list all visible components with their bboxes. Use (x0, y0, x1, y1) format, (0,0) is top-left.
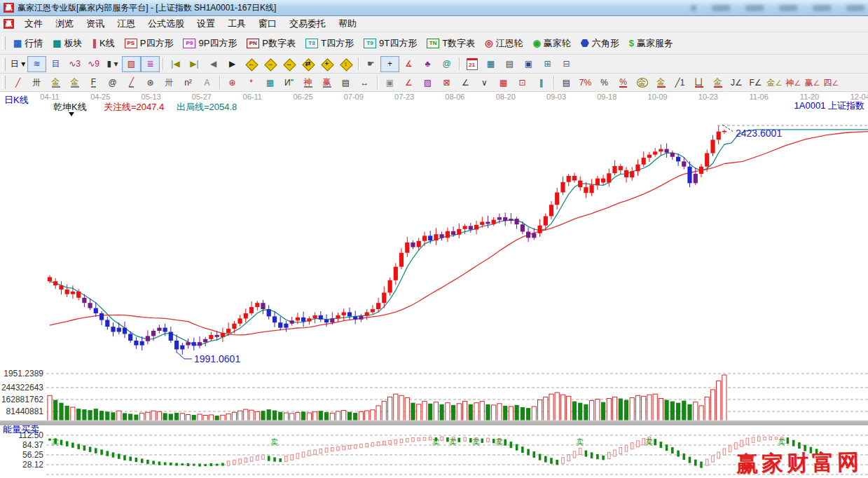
indicator-mark-up (331, 448, 334, 451)
candle-body (278, 322, 282, 327)
indicator-mark-down (198, 464, 201, 467)
candle-body (676, 157, 680, 162)
indicator-mark-down (135, 458, 138, 462)
candle-body (88, 303, 92, 308)
indicator-mark-down (152, 461, 155, 465)
volume-bar-down (411, 403, 415, 423)
candle-body (440, 234, 444, 238)
candle-body (128, 334, 132, 341)
indicator-mark-down (694, 460, 697, 466)
candle-body (296, 317, 300, 320)
exit-line-label: 出局线=2054.8 (177, 102, 237, 112)
indicator-mark-up (487, 438, 490, 442)
indicator-mark-up (337, 447, 340, 451)
indicator-mark-up (746, 438, 749, 444)
indicator-mark-up (614, 450, 616, 456)
date-label: 06-25 (293, 93, 312, 101)
candle-body (567, 176, 571, 182)
date-label: 04-11 (40, 93, 59, 101)
indicator-mark-down (204, 464, 207, 466)
candle-body (232, 324, 236, 329)
indicator-mark-down (544, 456, 547, 463)
indicator-mark-down (556, 460, 558, 465)
indicator-mark-down (158, 462, 161, 465)
indicator-mark-up (377, 442, 380, 446)
candle-body (717, 132, 721, 140)
candle-body (273, 316, 277, 322)
indicator-mark-down (677, 451, 680, 457)
indicator-mark-up (562, 458, 565, 464)
candle-body (226, 329, 230, 333)
indicator-mark-down (521, 446, 524, 453)
chart-canvas[interactable]: 04-1104-2505-1305-2706-1106-2507-0907-23… (0, 0, 868, 478)
indicator-mark-up (712, 456, 715, 462)
volume-bar-up (463, 402, 467, 423)
pane-splitter[interactable] (0, 421, 868, 425)
indicator-mark-up (366, 444, 368, 447)
indicator-mark-up (764, 437, 766, 440)
sell-signal-label: 卖 (51, 437, 59, 446)
indicator-mark-up (314, 450, 317, 454)
indicator-mark-up (343, 446, 345, 450)
pane-label-kline: 日K线 (4, 95, 29, 105)
volume-bar-down (665, 400, 669, 423)
candle-body (612, 166, 616, 173)
indicator-mark-up (723, 449, 726, 455)
symbol-label[interactable]: 1A0001 上证指数 (794, 100, 864, 111)
overlay-name-label[interactable]: 乾坤K线 (53, 102, 87, 112)
indicator-mark-down (221, 463, 224, 466)
indicator-mark-down (129, 456, 132, 460)
volume-bar-down (578, 403, 582, 423)
volume-bar-up (405, 397, 409, 423)
sell-signal-label: 卖 (449, 437, 457, 446)
indicator-mark-down (170, 463, 172, 465)
candle-body (492, 220, 496, 224)
candle-body (595, 179, 600, 186)
indicator-mark-down (210, 463, 213, 466)
volume-bar-up (659, 399, 663, 423)
volume-bar-up (694, 402, 698, 423)
candle-body (601, 179, 605, 183)
candle-body (186, 342, 190, 345)
candle-body (560, 182, 565, 193)
candle-body (123, 328, 127, 334)
candle-body (635, 165, 640, 172)
sell-signal-label: 卖 (778, 437, 785, 446)
candle-body (59, 285, 63, 289)
indicator-mark-up (740, 440, 743, 446)
indicator-mark-up (579, 449, 581, 455)
candle-body (105, 320, 109, 327)
candle-body (590, 185, 594, 193)
indicator-mark-up (729, 446, 731, 452)
candle-body (307, 318, 311, 321)
indicator-mark-up (308, 451, 311, 456)
indicator-mark-up (464, 437, 467, 441)
candle-body (65, 289, 69, 294)
indicator-mark-down (112, 452, 115, 457)
indicator-mark-up (769, 437, 772, 439)
sell-signal-label: 卖 (472, 437, 480, 446)
candle-body (624, 170, 628, 177)
candle-body (215, 335, 219, 337)
volume-bar-down (619, 399, 623, 423)
indicator-mark-up (319, 449, 322, 453)
candle-body (117, 328, 121, 332)
candle-body (699, 167, 703, 174)
volume-bar-down (624, 400, 628, 423)
axis-label: 162881762 (1, 395, 43, 404)
volume-bar-down (687, 404, 691, 423)
indicator-mark-down (164, 463, 167, 465)
sell-signal-label: 卖 (270, 437, 278, 446)
candle-body (659, 149, 663, 152)
candle-body (198, 342, 202, 346)
volume-bar-down (485, 404, 490, 423)
volume-bar-up (642, 396, 646, 423)
candle-body (451, 231, 455, 235)
indicator-mark-down (666, 444, 668, 451)
candle-body (221, 333, 225, 337)
candle-body (469, 226, 473, 229)
indicator-mark-up (291, 455, 294, 460)
candle-body (687, 167, 691, 184)
indicator-mark-down (273, 457, 276, 461)
overlay-dropdown-icon[interactable] (69, 112, 74, 116)
